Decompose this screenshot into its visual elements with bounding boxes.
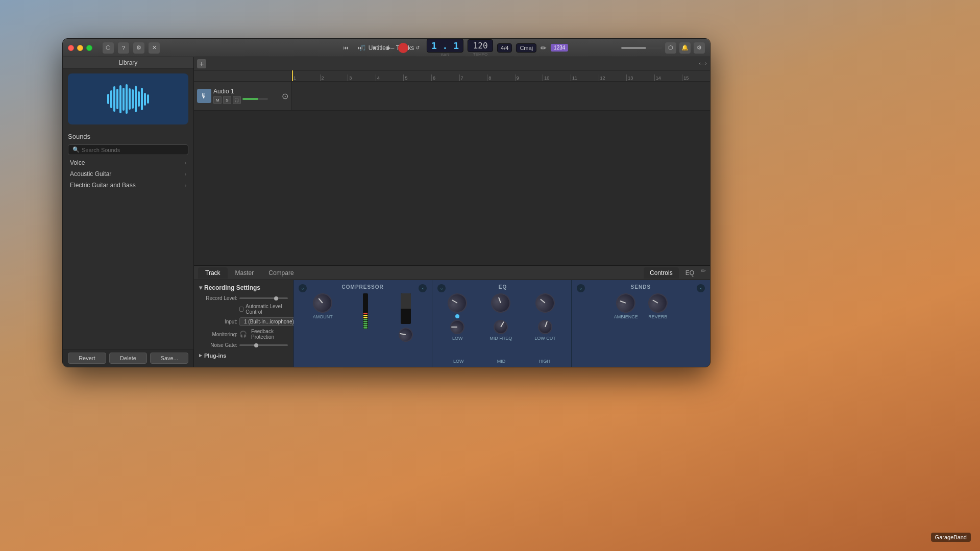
headphones-icon[interactable]: 🎧 xyxy=(233,96,241,104)
waveform-bar xyxy=(116,89,118,109)
tab-controls[interactable]: Controls xyxy=(644,267,679,279)
record-level-row: Record Level: xyxy=(199,295,288,301)
master-controls: ⬡ 🔔 ⚙ xyxy=(621,42,705,54)
close-button[interactable] xyxy=(68,45,74,51)
revert-button[interactable]: Revert xyxy=(68,353,106,364)
track-info: Audio 1 M S 🎧 xyxy=(213,88,268,104)
sends-ambience-knob[interactable] xyxy=(614,291,639,316)
library-item-electric-guitar[interactable]: Electric Guitar and Bass › xyxy=(63,180,193,191)
compressor-top-row: ○ COMPRESSOR × xyxy=(298,283,428,293)
transport-controls: ⏮ ⏭ ■ ▶ ↺ 1 . 1 BAR 120 TEMPO 4/4 Cmaj ✏… xyxy=(341,39,568,57)
compressor-threshold-group xyxy=(399,293,413,342)
chevron-down-icon: ▾ xyxy=(199,284,202,291)
delete-button[interactable]: Delete xyxy=(109,353,148,364)
rewind-button[interactable]: ⏮ xyxy=(341,43,351,53)
app-window: ⬡ ? ⚙ ✕ 🎵 Untitled – Tracks ⏮ ⏭ ■ ▶ ↺ 1 … xyxy=(62,38,710,367)
smart-help-icon[interactable]: ⚙ xyxy=(694,42,705,54)
auto-level-checkbox[interactable] xyxy=(239,307,243,312)
edit-pencil-icon[interactable]: ✏ xyxy=(701,267,706,279)
add-track-button[interactable]: + xyxy=(197,59,206,68)
solo-button[interactable]: S xyxy=(223,96,231,104)
eq-mid-knob[interactable] xyxy=(488,291,513,316)
tab-compare[interactable]: Compare xyxy=(261,267,301,279)
record-button[interactable] xyxy=(398,43,408,53)
eq-low-knob[interactable] xyxy=(444,290,471,316)
ruler-mark: 12 xyxy=(599,74,627,81)
tempo-display: 120 TEMPO xyxy=(468,39,493,57)
pencil-tool[interactable]: ✏ xyxy=(541,44,547,52)
waveform-bar xyxy=(141,88,143,110)
ruler-mark: 11 xyxy=(571,74,599,81)
settings-icon[interactable]: ⚙ xyxy=(133,42,144,54)
compressor-threshold-knob[interactable] xyxy=(397,327,413,343)
tab-track[interactable]: Track xyxy=(198,267,228,279)
sends-knobs: AMBIENCE REVERB xyxy=(576,293,706,364)
eq-labels-row: LOW MID HIGH xyxy=(436,359,567,364)
compressor-bypass-button[interactable]: ○ xyxy=(299,284,307,292)
waveform-bar xyxy=(129,88,131,110)
ruler-mark: 15 xyxy=(682,74,710,81)
eq-low-freq-knob[interactable] xyxy=(450,320,464,334)
eq-bypass-button[interactable]: ○ xyxy=(437,284,446,292)
eq-knobs: LOW MID FREQ xyxy=(436,293,567,358)
sends-ambience-group: AMBIENCE xyxy=(614,293,638,319)
tab-eq[interactable]: EQ xyxy=(679,267,700,279)
sends-bypass-button[interactable]: ○ xyxy=(577,284,585,292)
record-level-slider[interactable] xyxy=(239,297,288,299)
notification-icon[interactable]: 🔔 xyxy=(679,42,691,54)
tracks-list: 🎙 Audio 1 M S 🎧 ⊙ xyxy=(194,82,710,265)
eq-low-group: LOW xyxy=(448,293,467,341)
key-signature[interactable]: Cmaj xyxy=(516,43,536,53)
library-header: Library xyxy=(63,57,193,68)
save-button[interactable]: Save... xyxy=(150,353,188,364)
minimize-button[interactable] xyxy=(77,45,83,51)
sends-reverb-knob[interactable] xyxy=(645,290,671,316)
compressor-close-button[interactable]: × xyxy=(419,284,427,292)
ruler-mark: 13 xyxy=(626,74,654,81)
chevron-right-icon: › xyxy=(185,183,186,188)
fast-forward-button[interactable]: ⏭ xyxy=(355,43,365,53)
share-icon[interactable]: ⬡ xyxy=(665,42,676,54)
sends-close-button[interactable]: × xyxy=(697,284,705,292)
track-view-toggle[interactable]: ⟺ xyxy=(699,60,707,67)
track-content[interactable] xyxy=(292,82,710,110)
bottom-content: ▾ Recording Settings Record Level: Autom… xyxy=(194,280,710,367)
monitoring-icon[interactable]: 🎧 xyxy=(239,331,247,338)
tab-master[interactable]: Master xyxy=(228,267,261,279)
plugins-row[interactable]: ▸ Plug-ins xyxy=(199,352,288,359)
eq-mid-freq-knob[interactable] xyxy=(491,317,510,337)
track-level-meter: ⊙ xyxy=(282,91,288,101)
eq-low-cut-knob[interactable] xyxy=(536,318,554,336)
count-in-button[interactable]: 1234 xyxy=(551,44,568,52)
input-label: Input: xyxy=(199,319,237,324)
help-icon[interactable]: ? xyxy=(118,42,129,54)
compressor-section: ○ COMPRESSOR × AMOUNT xyxy=(293,280,432,367)
library-item-voice[interactable]: Voice › xyxy=(63,157,193,168)
ruler-mark: 2 xyxy=(320,74,348,81)
mute-button[interactable]: M xyxy=(213,96,222,104)
waveform-bar xyxy=(132,89,134,109)
cycle-button[interactable]: ↺ xyxy=(412,43,423,53)
play-button[interactable]: ▶ xyxy=(384,43,394,53)
eq-section: ○ EQ LOW xyxy=(432,280,571,367)
stop-button[interactable]: ■ xyxy=(370,43,380,53)
maximize-button[interactable] xyxy=(86,45,92,51)
save-icon[interactable]: ⬡ xyxy=(103,42,114,54)
search-box[interactable]: 🔍 Search Sounds xyxy=(68,144,188,155)
ruler-mark: 8 xyxy=(487,74,515,81)
waveform-bar xyxy=(113,86,115,112)
compressor-amount-knob[interactable] xyxy=(309,289,336,317)
eq-high-knob[interactable] xyxy=(531,289,559,317)
noise-gate-slider[interactable] xyxy=(239,344,288,346)
time-signature[interactable]: 4/4 xyxy=(497,43,512,53)
position-label: BAR xyxy=(441,53,449,57)
close-icon[interactable]: ✕ xyxy=(149,42,160,54)
chevron-right-icon: › xyxy=(185,160,186,166)
waveform-bar xyxy=(147,94,149,104)
track-volume-slider[interactable] xyxy=(242,98,268,100)
waveform-bar xyxy=(107,94,109,104)
eq-mid-group: MID FREQ xyxy=(489,293,512,341)
library-item-acoustic-guitar[interactable]: Acoustic Guitar › xyxy=(63,168,193,180)
table-row: 🎙 Audio 1 M S 🎧 ⊙ xyxy=(194,82,710,111)
master-volume-slider[interactable] xyxy=(621,47,662,49)
